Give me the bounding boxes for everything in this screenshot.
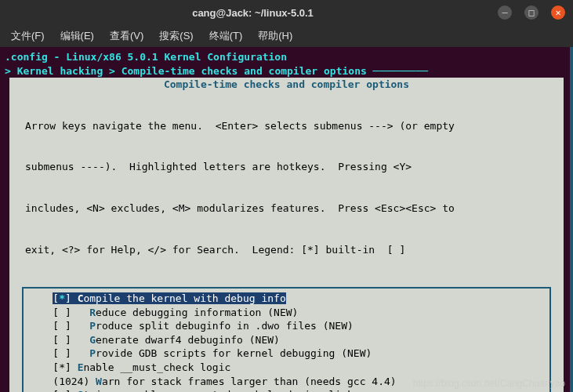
menu-terminal[interactable]: 终端(T)	[205, 27, 248, 45]
menu-view[interactable]: 查看(V)	[105, 27, 148, 45]
dialog-title: Compile-time checks and compiler options	[16, 78, 557, 92]
terminal-viewport[interactable]: .config - Linux/x86 5.0.1 Kernel Configu…	[0, 47, 573, 392]
option-must-check[interactable]: [*] Enable __must_check logic	[28, 361, 545, 375]
config-title: .config - Linux/x86 5.0.1 Kernel Configu…	[5, 50, 568, 64]
menubar: 文件(F) 编辑(E) 查看(V) 搜索(S) 终端(T) 帮助(H)	[0, 25, 573, 47]
option-reduce-debug[interactable]: [ ] Reduce debugging information (NEW)	[28, 306, 545, 320]
menu-search[interactable]: 搜索(S)	[154, 27, 198, 45]
minimize-icon[interactable]: –	[498, 5, 512, 20]
menuconfig-dialog: Compile-time checks and compiler options…	[9, 78, 564, 392]
breadcrumb: > Kernel hacking > Compile-time checks a…	[5, 64, 568, 78]
titlebar: cang@Jack: ~/linux-5.0.1 – □ ✕	[0, 0, 573, 25]
dialog-help: Arrow keys navigate the menu. <Enter> se…	[16, 92, 557, 285]
option-split-debuginfo[interactable]: [ ] Produce split debuginfo in .dwo file…	[28, 319, 545, 333]
option-dwarf4[interactable]: [ ] Generate dwarf4 debuginfo (NEW)	[28, 333, 545, 347]
menu-edit[interactable]: 编辑(E)	[56, 27, 99, 45]
maximize-icon[interactable]: □	[524, 5, 539, 20]
menu-file[interactable]: 文件(F)	[6, 27, 49, 45]
watermark: https://blog.csdn.net/CangChuanyao	[413, 378, 565, 389]
menu-help[interactable]: 帮助(H)	[253, 27, 297, 45]
option-gdb-scripts[interactable]: [ ] Provide GDB scripts for kernel debug…	[28, 347, 545, 361]
close-icon[interactable]: ✕	[551, 5, 565, 20]
scrollbar[interactable]	[570, 47, 573, 392]
window-title: cang@Jack: ~/linux-5.0.1	[8, 7, 498, 19]
window-controls: – □ ✕	[498, 5, 565, 20]
option-compile-debug[interactable]: [*] Compile the kernel with debug info	[28, 292, 545, 306]
options-list[interactable]: [*] Compile the kernel with debug info […	[22, 287, 551, 392]
